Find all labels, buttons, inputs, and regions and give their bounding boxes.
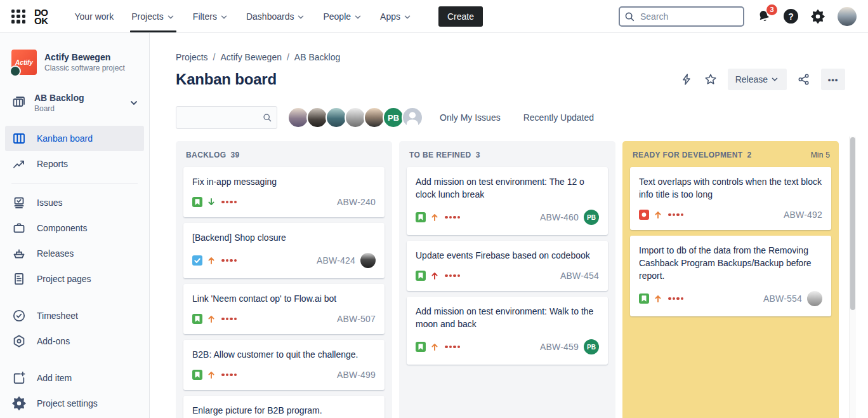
sidebar-divider (11, 183, 138, 184)
app-switcher-icon[interactable] (11, 10, 25, 24)
column-name: BACKLOG (186, 151, 226, 159)
board-name: AB Backlog (34, 93, 84, 103)
chevron-down-icon (403, 13, 412, 22)
sidebar-item-add-item[interactable]: Add item (5, 365, 144, 391)
issue-card[interactable]: Update events Firebase based on codebook… (407, 241, 608, 291)
create-button[interactable]: Create (438, 6, 483, 27)
assignee-avatar (360, 253, 376, 268)
issue-card[interactable]: Text overlaps with controls when the tex… (630, 167, 831, 230)
only-my-issues-filter[interactable]: Only My Issues (440, 112, 501, 123)
project-name: Actify Bewegen (44, 52, 125, 62)
assignee-avatar[interactable] (326, 107, 347, 128)
issue-card[interactable]: Add mission on test environment: Walk to… (407, 297, 608, 365)
more-options-button[interactable]: ••• (821, 69, 845, 90)
sidebar-item-project-settings[interactable]: Project settings (5, 391, 144, 416)
notifications-button[interactable]: 3 (756, 9, 772, 24)
help-button[interactable]: ? (784, 9, 798, 24)
main-content: Projects Actify Bewegen AB Backlog Kanba… (150, 33, 868, 418)
lightning-icon (680, 72, 694, 86)
issue-key: ABW-454 (560, 271, 599, 281)
column-ready-for-development: READY FOR DEVELOPMENT 2 Min 5 Text overl… (622, 141, 839, 418)
column-header: BACKLOG 39 (182, 141, 386, 167)
project-sidebar: Actify Actify Bewegen Classic software p… (0, 33, 150, 418)
priority-high-icon (430, 213, 439, 222)
nav-item-people[interactable]: People (314, 0, 371, 32)
column-header: READY FOR DEVELOPMENT 2 Min 5 (629, 141, 832, 167)
issue-card[interactable]: Enlarge picture for B2B program. ABW-501 (183, 396, 385, 418)
search-icon (624, 11, 635, 22)
issue-key: ABW-459 (540, 342, 579, 352)
column-count: 2 (747, 151, 752, 159)
sidebar-item-issues[interactable]: Issues (5, 190, 144, 215)
issue-card[interactable]: B2B: Allow customer to quit the challeng… (183, 340, 385, 390)
assignee-avatar[interactable] (287, 107, 309, 128)
settings-button[interactable] (810, 9, 825, 24)
nav-item-filters[interactable]: Filters (184, 0, 237, 32)
breadcrumb-projects[interactable]: Projects (176, 52, 208, 62)
column-count: 3 (476, 151, 480, 159)
issue-card[interactable]: [Backend] Shop closure ABW-424 (183, 223, 385, 278)
scrollbar-thumb[interactable] (850, 137, 855, 310)
recently-updated-filter[interactable]: Recently Updated (523, 112, 594, 123)
star-icon (704, 72, 718, 86)
share-button[interactable] (797, 72, 811, 86)
assignee-avatar[interactable] (306, 107, 328, 128)
automation-button[interactable] (680, 72, 694, 86)
story-icon (192, 370, 202, 380)
issue-card[interactable]: Add mission on test environment: The 12 … (407, 167, 608, 235)
global-search (619, 6, 744, 27)
issue-title: Text overlaps with controls when the tex… (639, 175, 822, 201)
sidebar-item-components[interactable]: Components (5, 215, 144, 241)
profile-button[interactable] (838, 7, 857, 26)
unassigned-avatar[interactable] (402, 107, 423, 128)
sidebar-item-reports[interactable]: Reports (5, 151, 144, 177)
priority-high-icon (654, 210, 662, 219)
nav-item-projects[interactable]: Projects (122, 0, 184, 32)
column-name: TO BE REFINED (409, 151, 471, 159)
nav-item-label: Dashboards (246, 11, 294, 22)
assignee-avatar[interactable] (364, 107, 385, 128)
epic-dots-icon (445, 346, 460, 349)
add-ons-hexagon-icon (11, 334, 27, 349)
breadcrumb-project-name[interactable]: Actify Bewegen (220, 52, 282, 62)
board-switcher[interactable]: AB Backlog Board (5, 86, 144, 119)
pages-icon (11, 271, 27, 287)
issue-card[interactable]: Import to db of the data from the Removi… (630, 236, 831, 316)
assignee-avatar-pb: PB (584, 339, 599, 354)
assignee-avatar-pb: PB (584, 210, 599, 225)
priority-high-icon (207, 314, 216, 323)
epic-dots-icon (445, 216, 460, 219)
assignee-avatar[interactable] (345, 107, 366, 128)
epic-dots-icon (221, 374, 237, 377)
breadcrumb-board-name[interactable]: AB Backlog (294, 52, 340, 62)
boards-stack-icon (11, 94, 27, 112)
board-actions: Release ••• (680, 69, 845, 90)
column-to-be-refined: TO BE REFINED 3 Add mission on test envi… (399, 141, 615, 418)
issue-title: Add mission on test environment: The 12 … (416, 175, 599, 201)
assignee-avatar-pb[interactable]: PB (383, 107, 404, 128)
sidebar-item-project-pages[interactable]: Project pages (5, 266, 144, 292)
nav-item-label: Your work (75, 11, 114, 22)
issue-card[interactable]: Link 'Neem contact op' to Flow.ai bot AB… (183, 284, 385, 334)
release-button[interactable]: Release (728, 69, 787, 90)
sidebar-item-add-ons[interactable]: Add-ons (5, 328, 144, 354)
sidebar-item-kanban-board[interactable]: Kanban board (5, 126, 144, 151)
dook-logo[interactable]: DO OK (34, 8, 48, 25)
chevron-down-icon (129, 98, 139, 108)
sidebar-item-releases[interactable]: Releases (5, 241, 144, 266)
issue-card[interactable]: Fix in-app messaging ABW-240 (183, 167, 385, 217)
nav-item-apps[interactable]: Apps (371, 0, 421, 32)
issues-icon (11, 195, 27, 210)
nav-item-dashboards[interactable]: Dashboards (237, 0, 315, 32)
board-vertical-scrollbar[interactable] (849, 137, 856, 418)
chevron-down-icon (296, 13, 305, 22)
sidebar-gap (5, 354, 144, 365)
nav-item-your-work[interactable]: Your work (66, 0, 123, 32)
kanban-board-icon (11, 131, 27, 146)
issue-title: Import to db of the data from the Removi… (639, 244, 822, 282)
global-search-input[interactable] (619, 6, 744, 27)
chevron-down-icon (770, 75, 779, 84)
sidebar-item-timesheet[interactable]: Timesheet (5, 303, 144, 328)
favorite-button[interactable] (704, 72, 718, 86)
column-header: TO BE REFINED 3 (405, 141, 609, 167)
